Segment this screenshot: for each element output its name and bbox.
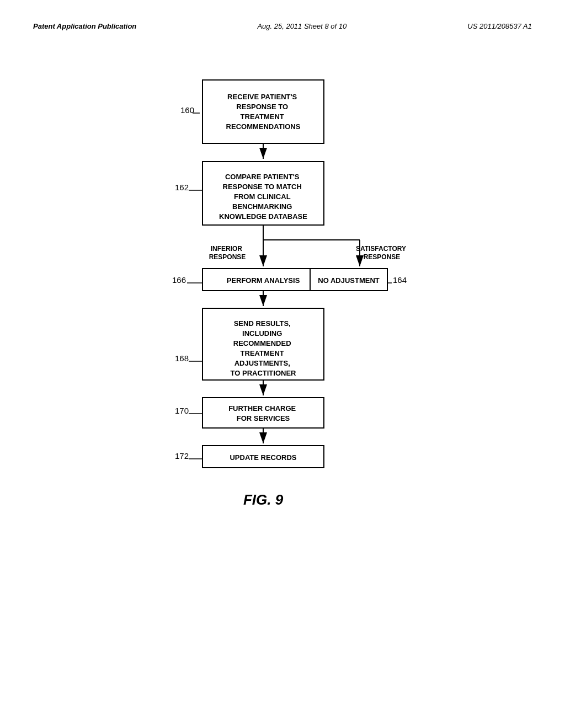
header-left: Patent Application Publication	[33, 22, 136, 30]
label-164: 164	[393, 275, 407, 285]
label-162: 162	[175, 183, 189, 192]
box-160	[202, 80, 324, 143]
flowchart-svg: 160 RECEIVE PATIENT'S RESPONSE TO TREATM…	[117, 63, 448, 670]
page: Patent Application Publication Aug. 25, …	[0, 0, 565, 728]
label-168: 168	[175, 354, 189, 363]
figure-caption: FIG. 9	[243, 491, 284, 508]
header-right: US 2011/208537 A1	[467, 22, 532, 30]
label-172: 172	[175, 451, 189, 461]
flowchart: 160 RECEIVE PATIENT'S RESPONSE TO TREATM…	[117, 63, 448, 672]
text-satisfactory: SATISFACTORY RESPONSE	[356, 245, 408, 261]
header-center: Aug. 25, 2011 Sheet 8 of 10	[257, 22, 347, 30]
text-172: UPDATE RECORDS	[230, 453, 296, 462]
box-170	[202, 398, 324, 428]
label-170: 170	[175, 406, 189, 415]
text-inferior: INFERIOR RESPONSE	[209, 245, 246, 261]
text-166: PERFORM ANALYSIS	[227, 276, 300, 285]
label-160: 160	[180, 105, 194, 115]
label-166: 166	[172, 275, 186, 285]
page-header: Patent Application Publication Aug. 25, …	[33, 22, 532, 30]
text-164: NO ADJUSTMENT	[318, 276, 380, 285]
